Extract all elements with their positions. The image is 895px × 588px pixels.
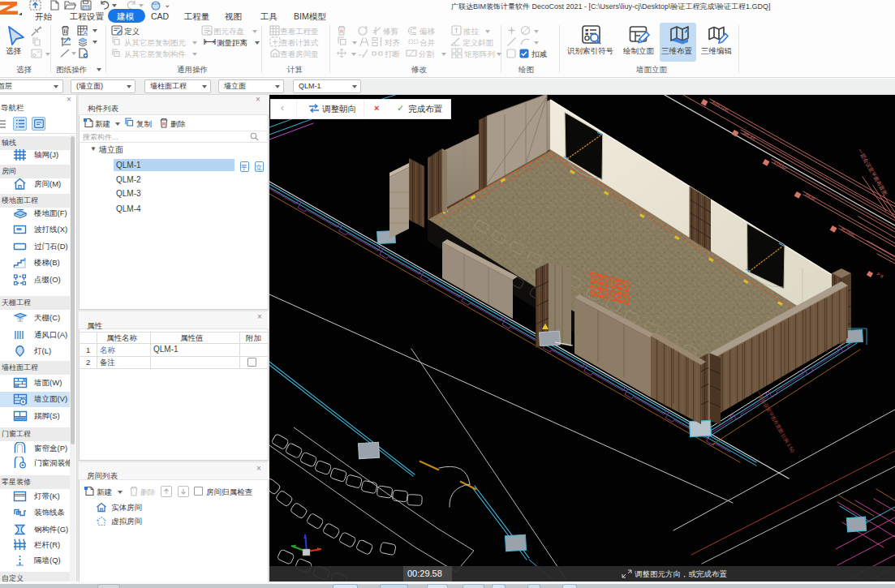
svg-text:A: A bbox=[84, 30, 88, 36]
